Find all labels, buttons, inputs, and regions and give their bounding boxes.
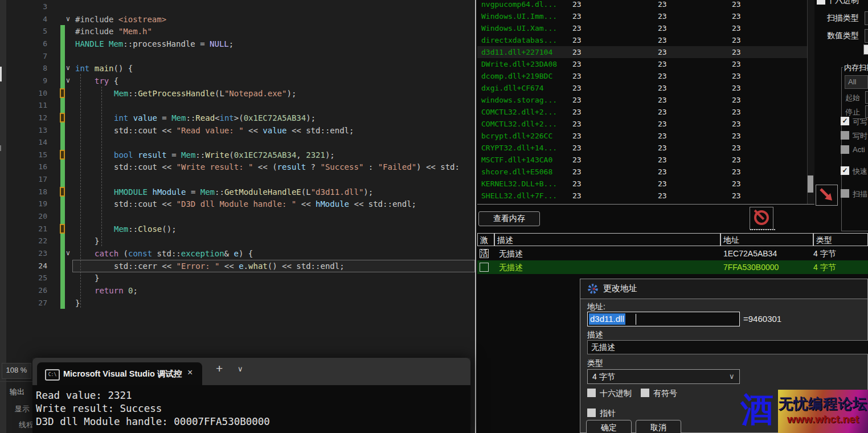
code-editor[interactable]: 34∨#include <iostream>5#include "Mem.h"6…	[6, 0, 477, 353]
code-line[interactable]: 12int value = Mem::Read<int>(0x1EC72A5AB…	[6, 112, 477, 124]
table-row[interactable]: 无描述7FFA530B00004 字节	[477, 260, 868, 274]
code-line[interactable]: 26return 0;	[6, 284, 477, 297]
scan-row-value: 23	[658, 22, 667, 34]
terminal-output[interactable]: Read value: 2321 Write result: Success D…	[32, 385, 470, 433]
row-active-checkbox[interactable]	[480, 249, 489, 258]
ok-button[interactable]: 确定	[586, 420, 632, 433]
output-panel-label[interactable]: 输出	[10, 387, 24, 397]
scan-row[interactable]: MSCTF.dll+143CA0232323	[477, 154, 814, 166]
scan-row[interactable]: windows.storag...232323	[477, 94, 814, 106]
scan-row-value: 23	[572, 22, 582, 34]
code-line[interactable]: 27}	[6, 297, 477, 309]
table-row[interactable]: 无描述1EC72A5AB344 字节	[477, 247, 868, 260]
可写-checkbox[interactable]: ✓	[841, 117, 849, 125]
code-line[interactable]: 17	[6, 173, 477, 186]
row-active-checkbox[interactable]	[480, 263, 489, 272]
scan-type-dropdown[interactable]	[865, 11, 868, 25]
code-line[interactable]: 10Mem::GetProcessHandle(L"Notepad.exe");	[6, 87, 477, 100]
terminal-tab-bar: C:\ Microsoft Visual Studio 调试控 × + ∨	[32, 358, 470, 385]
row-description: 无描述	[499, 260, 523, 274]
scrollbar-thumb[interactable]	[808, 175, 813, 193]
code-line[interactable]: 19std::cout << "D3D dll Module handle: "…	[6, 198, 477, 210]
signed-checkbox[interactable]	[641, 389, 649, 397]
code-line[interactable]: 18HMODULE hModule = Mem::GetModuleHandle…	[6, 186, 477, 198]
hex-checkbox[interactable]	[587, 389, 596, 397]
code-line[interactable]: 20	[6, 210, 477, 223]
scan-result-list[interactable]: nvgpucomp64.dl...232323Windows.UI.Imm...…	[477, 0, 814, 205]
pointer-checkbox[interactable]	[587, 409, 596, 417]
scan-row[interactable]: CRYPT32.dll+14...232323	[477, 142, 814, 154]
scan-row[interactable]: bcrypt.dll+226CC232323	[477, 130, 814, 142]
code-line[interactable]: 13std::cout << "Read value: " << value <…	[6, 124, 477, 137]
fold-arrow-icon[interactable]: ∨	[65, 247, 71, 259]
scan-row[interactable]: shcore.dll+E5068232323	[477, 166, 814, 178]
red-arrow-icon	[816, 185, 836, 204]
col-header-type[interactable]: 类型	[813, 233, 868, 246]
fold-arrow-icon[interactable]: ∨	[65, 62, 71, 74]
col-header-desc[interactable]: 描述	[494, 233, 720, 246]
scan-row[interactable]: COMCTL32.dll+2...232323	[477, 118, 814, 130]
code-line[interactable]: 11	[6, 99, 477, 112]
start-input[interactable]	[865, 91, 868, 104]
code-line[interactable]: 14	[6, 136, 477, 149]
scan-row[interactable]: dcomp.dll+219BDC232323	[477, 70, 814, 82]
address-label: 地址:	[587, 302, 605, 312]
code-line[interactable]: 24std::cerr << "Error: " << e.what() << …	[6, 260, 477, 272]
快速-checkbox[interactable]: ✓	[841, 166, 849, 175]
scan-region-dropdown[interactable]: All	[845, 75, 868, 89]
fold-arrow-icon[interactable]: ∨	[65, 13, 71, 25]
stop-input[interactable]	[865, 105, 868, 118]
code-line[interactable]: 16std::cout << "Write result: " << (resu…	[6, 161, 477, 173]
scan-row[interactable]: directxdatabas...232323	[477, 34, 814, 46]
scan-row[interactable]: Windows.UI.Imm...232323	[477, 10, 814, 22]
address-input[interactable]: d3d11.dll	[587, 312, 740, 326]
scrollbar-track[interactable]	[807, 0, 814, 204]
col-header-active[interactable]: 激活	[477, 233, 494, 246]
code-line[interactable]: 3	[6, 1, 477, 13]
scan-row[interactable]: Windows.UI.Xam...232323	[477, 22, 814, 34]
cancel-button[interactable]: 取消	[636, 420, 681, 433]
terminal-tab[interactable]: C:\ Microsoft Visual Studio 调试控 ×	[37, 362, 202, 385]
text-caret	[636, 314, 636, 325]
col-header-addr[interactable]: 地址	[720, 233, 813, 246]
scan-row[interactable]: COMCTL32.dll+2...232323	[477, 106, 814, 118]
type-dropdown-value: 4 字节	[592, 372, 615, 381]
写时-checkbox[interactable]	[841, 131, 849, 140]
tab-dropdown-icon[interactable]: ∨	[238, 365, 243, 373]
code-text: catch (const std::exception& e) {	[95, 247, 253, 260]
code-line[interactable]: 25}	[6, 272, 477, 284]
close-icon[interactable]: ×	[187, 367, 193, 378]
code-line[interactable]: 21Mem::Close();	[6, 223, 477, 235]
dialog-titlebar[interactable]: 更改地址	[580, 279, 867, 299]
add-address-button[interactable]	[816, 185, 838, 206]
code-line[interactable]: 22}	[6, 235, 477, 247]
scan-row[interactable]: DWrite.dll+23DA08232323	[477, 58, 814, 70]
fold-arrow-icon[interactable]: ∨	[65, 74, 71, 87]
Acti-checkbox[interactable]	[841, 145, 849, 154]
code-text: std::cerr << "Error: " << e.what() << st…	[114, 260, 345, 272]
code-line[interactable]: 8∨int main() {	[6, 62, 477, 75]
code-line[interactable]: 5#include "Mem.h"	[6, 25, 477, 38]
hex-checkbox-main[interactable]	[817, 0, 825, 5]
scan-row[interactable]: nvgpucomp64.dl...232323	[477, 0, 814, 10]
scan-row-value: 23	[732, 22, 741, 34]
description-input[interactable]: 无描述	[587, 340, 868, 354]
code-line[interactable]: 6HANDLE Mem::processHandle = NULL;	[6, 38, 477, 50]
扫描-checkbox[interactable]	[841, 189, 849, 198]
scan-row[interactable]: dxgi.dll+CF674232323	[477, 82, 814, 94]
value-type-dropdown[interactable]	[865, 29, 868, 43]
code-line[interactable]: 23∨catch (const std::exception& e) {	[6, 247, 477, 260]
view-memory-button[interactable]: 查看内存	[478, 211, 540, 226]
code-line[interactable]: 4∨#include <iostream>	[6, 13, 477, 26]
editor-zoom-control[interactable]: 108 %	[2, 363, 31, 379]
code-line[interactable]: 9∨try {	[6, 75, 477, 87]
scan-row[interactable]: d3d11.dll+227104232323	[477, 46, 814, 58]
scan-row[interactable]: SHELL32.dll+7F...232323	[477, 190, 814, 202]
code-line[interactable]: 15bool result = Mem::Write(0x1EC72A5AB34…	[6, 149, 477, 161]
new-tab-icon[interactable]: +	[216, 362, 223, 375]
scan-row[interactable]: KERNEL32.DLL+B...232323	[477, 178, 814, 190]
type-dropdown[interactable]: 4 字节 ∨	[587, 369, 740, 384]
code-line[interactable]: 7	[6, 50, 477, 63]
stop-button[interactable]	[750, 207, 773, 230]
code-text: bool result = Mem::Write(0x1EC72A5AB34, …	[114, 149, 335, 161]
